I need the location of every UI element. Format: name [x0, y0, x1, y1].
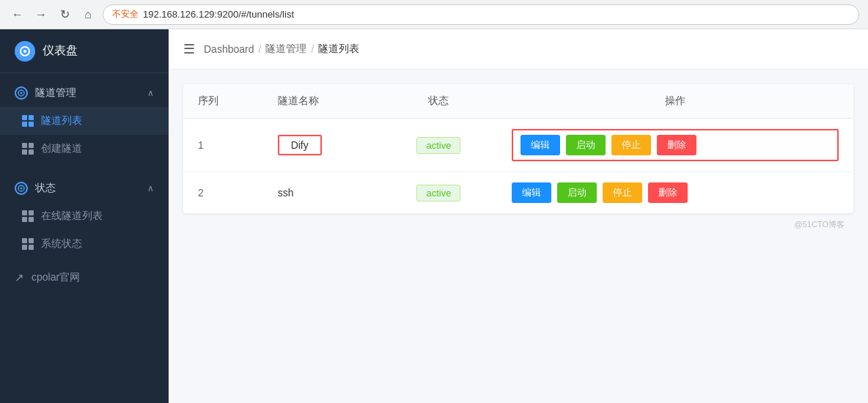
tunnel-management-chevron: ∧ — [147, 88, 154, 98]
watermark: @51CTO博客 — [183, 213, 853, 236]
breadcrumb-sep-2: / — [311, 43, 314, 55]
row1-action-group: 编辑 启动 停止 删除 — [512, 129, 839, 161]
create-tunnel-label: 创建隧道 — [41, 142, 82, 155]
sidebar-item-system-status[interactable]: 系统状态 — [0, 230, 169, 258]
tunnels-table: 序列 隧道名称 状态 操作 1 Dify — [183, 84, 853, 213]
sidebar-external-link[interactable]: ↗ cpolar官网 — [0, 264, 169, 292]
col-actions: 操作 — [497, 84, 853, 119]
browser-bar: ← → ↻ ⌂ 不安全 192.168.126.129:9200/#/tunne… — [0, 0, 868, 29]
tunnel-management-label: 隧道管理 — [35, 86, 76, 100]
row1-stop-button[interactable]: 停止 — [611, 135, 651, 155]
breadcrumb-dashboard[interactable]: Dashboard — [204, 43, 254, 55]
system-status-icon — [22, 238, 34, 250]
sidebar-item-tunnel-list[interactable]: 隧道列表 — [0, 107, 169, 135]
system-status-label: 系统状态 — [41, 237, 82, 251]
row2-name-cell: ssh — [263, 172, 380, 214]
row1-actions: 编辑 启动 停止 删除 — [497, 119, 853, 172]
breadcrumb-current: 隧道列表 — [318, 42, 359, 56]
svg-point-1 — [23, 50, 26, 53]
row1-start-button[interactable]: 启动 — [566, 135, 606, 155]
page-header: ☰ Dashboard / 隧道管理 / 隧道列表 — [169, 29, 868, 70]
breadcrumb-sep-1: / — [259, 43, 262, 55]
breadcrumb: Dashboard / 隧道管理 / 隧道列表 — [204, 42, 359, 56]
sidebar-item-create-tunnel[interactable]: 创建隧道 — [0, 135, 169, 163]
row2-action-group: 编辑 启动 停止 删除 — [512, 182, 839, 203]
tunnel-name-dify: Dify — [278, 135, 322, 155]
reload-button[interactable]: ↻ — [56, 6, 73, 23]
breadcrumb-tunnel-management[interactable]: 隧道管理 — [265, 42, 306, 56]
online-tunnels-icon — [22, 210, 34, 222]
status-chevron: ∧ — [147, 183, 154, 193]
tunnel-list-icon — [22, 115, 34, 127]
url-text: 192.168.126.129:9200/#/tunnels/list — [143, 9, 294, 20]
forward-button[interactable]: → — [32, 6, 50, 23]
sidebar: 仪表盘 隧道管理 ∧ 隧道列表 — [0, 29, 169, 403]
col-status: 状态 — [380, 84, 498, 119]
data-table-wrapper: 序列 隧道名称 状态 操作 1 Dify — [183, 84, 853, 213]
external-link-icon: ↗ — [15, 271, 24, 284]
status-badge-1: active — [416, 137, 460, 154]
status-label: 状态 — [35, 182, 56, 195]
row2-index: 2 — [183, 172, 263, 214]
tunnel-list-label: 隧道列表 — [41, 114, 82, 127]
address-bar[interactable]: 不安全 192.168.126.129:9200/#/tunnels/list — [103, 4, 859, 25]
sidebar-status-management[interactable]: 状态 ∧ — [0, 174, 169, 202]
tunnel-name-ssh: ssh — [278, 187, 294, 199]
content-area: 序列 隧道名称 状态 操作 1 Dify — [169, 70, 868, 251]
row2-actions: 编辑 启动 停止 删除 — [497, 172, 853, 214]
table-header-row: 序列 隧道名称 状态 操作 — [183, 84, 853, 119]
app-container: 仪表盘 隧道管理 ∧ 隧道列表 — [0, 29, 868, 403]
row1-name-cell: Dify — [263, 119, 380, 172]
row1-status: active — [380, 119, 498, 172]
main-content: ☰ Dashboard / 隧道管理 / 隧道列表 序列 隧道名称 状态 — [169, 29, 868, 403]
create-tunnel-icon — [22, 143, 34, 155]
sidebar-tunnel-section: 隧道管理 ∧ 隧道列表 创建隧道 — [0, 73, 169, 169]
tunnel-management-icon — [15, 86, 28, 100]
table-row: 1 Dify active 编辑 — [183, 119, 853, 172]
row1-delete-button[interactable]: 删除 — [657, 135, 696, 155]
row1-edit-button[interactable]: 编辑 — [521, 135, 560, 155]
back-button[interactable]: ← — [9, 6, 26, 23]
row2-edit-button[interactable]: 编辑 — [512, 182, 551, 203]
col-name: 隧道名称 — [263, 84, 380, 119]
external-link-label: cpolar官网 — [32, 271, 80, 284]
row2-stop-button[interactable]: 停止 — [603, 182, 642, 203]
row1-index: 1 — [183, 119, 263, 172]
sidebar-tunnel-management[interactable]: 隧道管理 ∧ — [0, 79, 169, 107]
menu-toggle-icon[interactable]: ☰ — [183, 41, 195, 57]
status-management-icon — [15, 182, 28, 195]
security-warning: 不安全 — [112, 8, 139, 21]
status-badge-2: active — [416, 185, 460, 202]
sidebar-logo[interactable]: 仪表盘 — [0, 29, 169, 73]
logo-icon — [15, 41, 35, 62]
row2-status: active — [380, 172, 498, 214]
col-index: 序列 — [183, 84, 263, 119]
sidebar-status-section: 状态 ∧ 在线隧道列表 系统状态 — [0, 169, 169, 264]
row2-delete-button[interactable]: 删除 — [648, 182, 688, 203]
online-tunnels-label: 在线隧道列表 — [41, 210, 103, 223]
sidebar-dashboard-label: 仪表盘 — [43, 43, 78, 59]
sidebar-item-online-tunnels[interactable]: 在线隧道列表 — [0, 202, 169, 230]
svg-point-3 — [21, 92, 23, 95]
table-row: 2 ssh active 编辑 — [183, 172, 853, 214]
row2-start-button[interactable]: 启动 — [557, 182, 597, 203]
home-button[interactable]: ⌂ — [79, 6, 97, 23]
svg-point-5 — [21, 188, 23, 190]
